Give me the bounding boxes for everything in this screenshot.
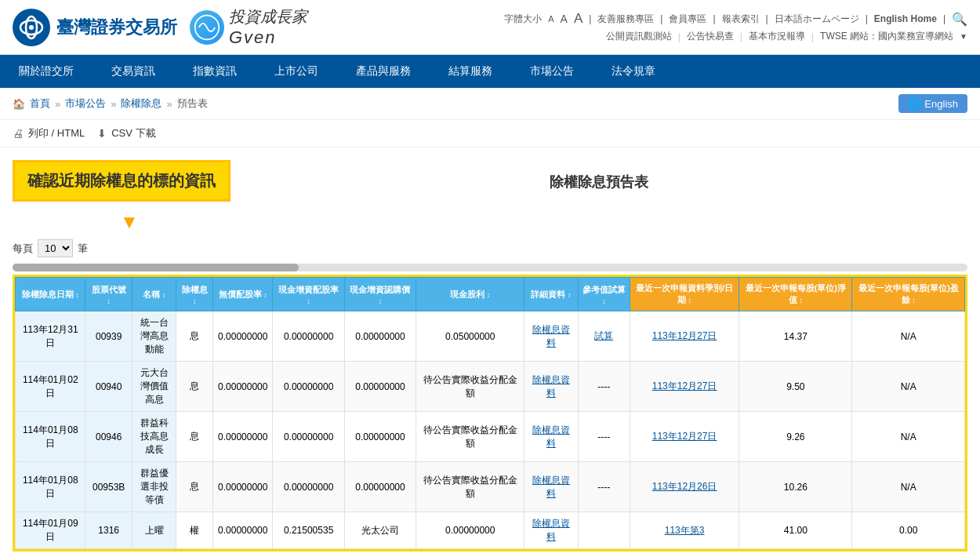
th-name[interactable]: 名稱 [132,278,176,311]
print-label: 列印 / HTML [28,126,85,140]
nav-index[interactable]: 指數資訊 [174,55,256,88]
page-title: 除權除息預告表 [550,174,648,190]
font-large-btn[interactable]: A [574,11,583,27]
breadcrumb-home[interactable]: 首頁 [30,96,50,111]
td-report-date[interactable]: 113年12月27日 [630,362,739,412]
td-report-date[interactable]: 113年12月27日 [630,311,739,362]
td-detail[interactable]: 除權息資料 [524,512,578,549]
report-index-link[interactable]: 報表索引 [722,13,760,26]
td-stock-free: 0.00000000 [213,311,273,362]
th-detail[interactable]: 詳細資料 [524,278,578,311]
main-content: 確認近期除權息的標的資訊 ▼ 除權除息預告表 每頁 10 20 50 筆 除權除… [0,147,980,557]
td-code: 00940 [85,362,132,412]
scroll-thumb [13,264,299,271]
dropdown-icon[interactable]: ▼ [960,32,967,41]
td-eps: N/A [852,362,965,412]
td-eps: 0.00 [852,512,965,549]
td-cash-sub: 0.00000000 [344,362,416,412]
td-eps: N/A [852,311,965,362]
td-calc: ---- [578,362,630,412]
td-detail[interactable]: 除權息資料 [524,311,578,362]
td-type: 權 [176,512,213,549]
english-home-link[interactable]: English Home [874,13,937,24]
th-type[interactable]: 除權息 [176,278,213,311]
th-report-date[interactable]: 最近一次申報資料季別/日期 [630,278,739,311]
td-report-date[interactable]: 113年第3 [630,512,739,549]
th-stock-cash[interactable]: 現金增資配股率 [273,278,344,311]
twse-site-link[interactable]: TWSE 網站：國內業務宣導網站 [820,30,953,43]
td-type: 息 [176,462,213,512]
th-eps[interactable]: 最近一次申報每股(單位)盈餘 [852,278,965,311]
td-cash-sub: 0.00000000 [344,462,416,512]
th-dividend[interactable]: 現金股利 [416,278,524,311]
nav-trading[interactable]: 交易資訊 [93,55,174,88]
member-link[interactable]: 會員專區 [669,13,706,26]
td-calc: ---- [578,412,630,462]
td-name: 群益優選非投等債 [132,462,176,512]
td-name: 統一台灣高息動能 [132,311,176,362]
td-stock-free: 0.00000000 [213,512,273,549]
print-icon: 🖨 [13,127,24,140]
nav-clearing[interactable]: 結算服務 [430,55,511,88]
csv-label: CSV 下載 [111,126,155,140]
horizontal-scrollbar[interactable] [13,264,967,271]
csv-button[interactable]: ⬇ CSV 下載 [97,126,155,140]
td-stock-cash: 0.21500535 [273,512,344,549]
td-calc[interactable]: 試算 [578,311,630,362]
td-report-date[interactable]: 113年12月26日 [630,462,739,512]
td-cash-sub: 0.00000000 [344,311,416,362]
th-calc[interactable]: 參考值試算 [578,278,630,311]
globe-icon: 🌐 [908,97,921,110]
english-button[interactable]: 🌐 English [898,94,967,113]
td-type: 息 [176,362,213,412]
td-detail[interactable]: 除權息資料 [524,462,578,512]
th-code[interactable]: 股票代號 [85,278,132,311]
nav-market[interactable]: 市場公告 [511,55,593,88]
friendly-service-link[interactable]: 友善服務專區 [597,13,654,26]
td-name: 群益科技高息成長 [132,412,176,462]
arrow-down-icon: ▼ [28,211,230,233]
th-date[interactable]: 除權除息日期 [16,278,85,311]
market-report-link[interactable]: 基本市況報導 [749,30,805,43]
td-stock-free: 0.00000000 [213,412,273,462]
header-bottom-links: 公開資訊觀測站 | 公告快易查 | 基本市況報導 | TWSE 網站：國內業務宣… [606,30,967,43]
td-report-date[interactable]: 113年12月27日 [630,412,739,462]
quick-notice-link[interactable]: 公告快易查 [687,30,734,43]
search-icon[interactable]: 🔍 [952,12,967,27]
aven-circle-icon [190,10,224,45]
per-page-unit: 筆 [78,242,88,256]
td-detail[interactable]: 除權息資料 [524,362,578,412]
td-name: 元大台灣價值高息 [132,362,176,412]
toolbar: 🖨 列印 / HTML ⬇ CSV 下載 [0,120,980,147]
table-row: 114年01月08日00946群益科技高息成長息0.000000000.0000… [16,412,965,462]
td-detail[interactable]: 除權息資料 [524,412,578,462]
print-button[interactable]: 🖨 列印 / HTML [13,126,85,140]
per-page-select[interactable]: 10 20 50 [38,239,73,257]
td-stock-cash: 0.00000000 [273,311,344,362]
breadcrumb-bar: 🏠 首頁 » 市場公告 » 除權除息 » 預告表 🌐 English [0,88,980,120]
open-data-link[interactable]: 公開資訊觀測站 [606,30,672,43]
td-date: 114年01月09日 [16,512,85,549]
td-dividend: 0.00000000 [416,512,524,549]
font-medium-btn[interactable]: A [561,13,568,25]
td-type: 息 [176,412,213,462]
breadcrumb-exdiv[interactable]: 除權除息 [121,96,162,111]
th-stock-free[interactable]: 無償配股率 [213,278,273,311]
breadcrumb-market[interactable]: 市場公告 [65,96,106,111]
td-nav: 14.37 [739,311,852,362]
header-top-links: 字體大小 A A A | 友善服務專區 | 會員專區 | 報表索引 | 日本語ホ… [504,11,967,27]
th-cash-sub[interactable]: 現金增資認購價 [344,278,416,311]
nav-listed[interactable]: 上市公司 [256,55,337,88]
nav-regulations[interactable]: 法令規章 [593,55,674,88]
twse-name: 臺灣證券交易所 [56,16,177,39]
font-small-btn[interactable]: A [548,14,554,24]
table-row: 114年01月08日00953B群益優選非投等債息0.000000000.000… [16,462,965,512]
per-page-row: 每頁 10 20 50 筆 [13,239,967,257]
nav-products[interactable]: 產品與服務 [337,55,430,88]
table-row: 114年01月09日1316上曜權0.000000000.21500535光太公… [16,512,965,549]
nav-about[interactable]: 關於證交所 [0,55,93,88]
th-nav[interactable]: 最近一次申報每股(單位)淨值 [739,278,852,311]
td-dividend: 待公告實際收益分配金額 [416,462,524,512]
japanese-link[interactable]: 日本語ホームページ [775,13,859,26]
td-cash-sub: 光太公司 [344,512,416,549]
